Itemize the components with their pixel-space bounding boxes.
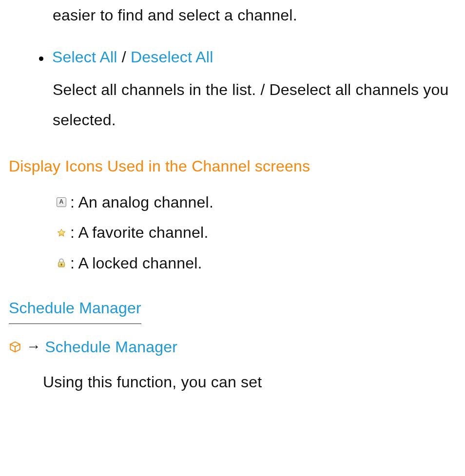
legend-row-analog: A : An analog channel. — [56, 187, 465, 217]
cube-icon — [9, 341, 21, 353]
legend-row-locked: : A locked channel. — [56, 248, 465, 278]
svg-rect-2 — [61, 265, 62, 266]
legend-row-favorite: : A favorite channel. — [56, 217, 465, 248]
text: easier to find and select a channel. — [53, 6, 297, 24]
section-title-schedule: Schedule Manager — [9, 278, 465, 328]
schedule-body-fragment: Using this function, you can set — [43, 367, 465, 397]
title-text: Schedule Manager — [9, 293, 141, 324]
nav-breadcrumb: Schedule Manager — [45, 332, 177, 362]
legend-text: : An analog channel. — [70, 187, 213, 217]
heading-text: Display Icons Used in the Channel screen… — [9, 157, 310, 175]
star-icon — [56, 228, 67, 238]
bullet-icon — [39, 57, 43, 61]
legend-text: : A locked channel. — [70, 248, 202, 278]
paragraph-fragment-top: easier to find and select a channel. — [53, 0, 465, 30]
text: Using this function, you can set — [43, 373, 262, 391]
legend-text: : A favorite channel. — [70, 217, 209, 248]
label-select-all: Select All — [52, 48, 117, 66]
bullet-select-all-body: Select all channels in the list. / Desel… — [53, 75, 465, 135]
label-deselect-all: Deselect All — [131, 48, 213, 66]
analog-badge-icon: A — [56, 197, 67, 207]
section-heading-icons: Display Icons Used in the Channel screen… — [9, 151, 465, 181]
lock-icon — [56, 258, 67, 268]
text: Select all channels in the list. / Desel… — [53, 81, 448, 129]
nav-path-schedule: → Schedule Manager — [9, 332, 465, 362]
arrow-icon: → — [26, 332, 41, 361]
badge-a: A — [57, 197, 66, 207]
separator: / — [117, 48, 131, 66]
bullet-label-group: Select All / Deselect All — [52, 42, 213, 72]
bullet-select-all: Select All / Deselect All — [39, 42, 465, 72]
